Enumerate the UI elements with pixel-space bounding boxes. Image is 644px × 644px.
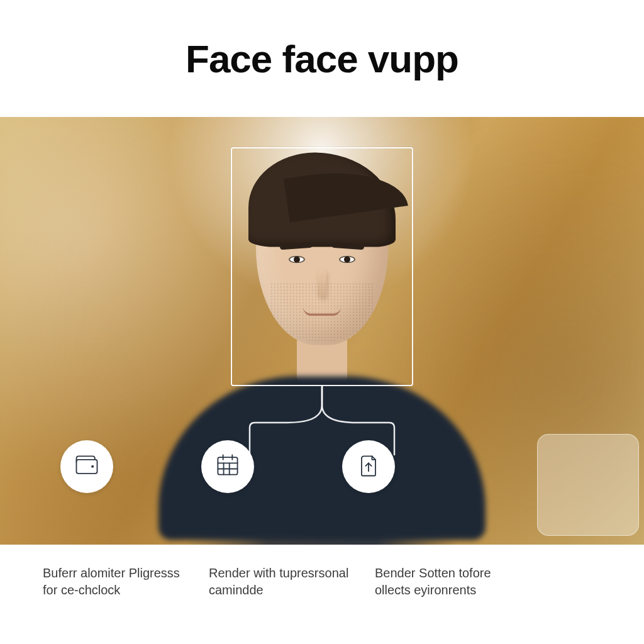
face-detection-box[interactable] xyxy=(231,147,413,386)
feature-caption: Buferr alomiter Pligresss for ce-chclock xyxy=(43,565,191,599)
svg-rect-0 xyxy=(77,460,97,474)
feature-item xyxy=(325,440,413,493)
svg-rect-2 xyxy=(218,457,237,475)
page-title: Face face vupp xyxy=(0,36,644,81)
feature-item xyxy=(43,440,131,493)
feature-icon-button-3[interactable] xyxy=(342,440,395,493)
feature-icon-row xyxy=(43,440,601,493)
side-panel-card[interactable] xyxy=(537,434,639,536)
feature-caption: Bender Sotten tofore ollects eyironrents xyxy=(375,565,523,599)
hero-image xyxy=(0,117,644,545)
feature-icon-button-1[interactable] xyxy=(60,440,113,493)
wallet-icon xyxy=(73,452,101,482)
page-root: Face face vupp xyxy=(0,0,644,644)
caption-row: Buferr alomiter Pligresss for ce-chclock… xyxy=(43,565,601,599)
calendar-icon xyxy=(214,452,242,482)
feature-caption: Render with tupresrsonal camindde xyxy=(209,565,357,599)
feature-icon-button-2[interactable] xyxy=(201,440,254,493)
feature-item xyxy=(184,440,272,493)
svg-point-1 xyxy=(91,465,94,468)
upload-icon xyxy=(355,452,382,482)
